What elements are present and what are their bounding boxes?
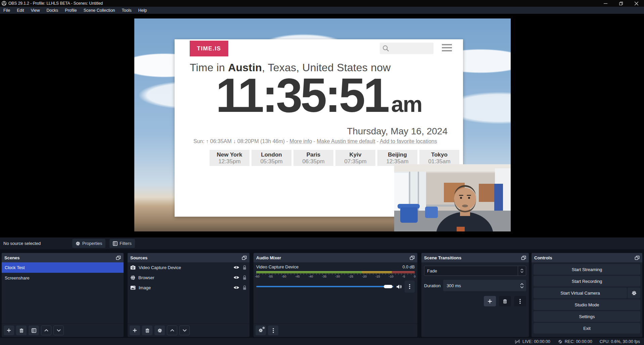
popout-icon[interactable]: [635, 255, 640, 260]
studio-mode-button[interactable]: Studio Mode: [534, 299, 640, 310]
timeis-logo: TIME.IS: [190, 41, 228, 56]
scene-item-screenshare[interactable]: Screenshare: [2, 273, 124, 283]
volume-slider[interactable]: [256, 283, 394, 290]
duration-spinbox[interactable]: 300 ms: [443, 280, 526, 291]
sources-panel: Sources Video Capture Device Browser Ima…: [128, 253, 249, 337]
transition-dropdown[interactable]: Fade: [424, 266, 526, 276]
image-icon: [130, 286, 136, 290]
cpu-fps-stats: CPU: 0.6%, 30.00 fps: [600, 339, 640, 344]
menu-scene-collection[interactable]: Scene Collection: [80, 7, 119, 14]
audio-level-meter: [256, 271, 415, 273]
scene-transitions-title: Scene Transitions: [424, 255, 461, 260]
popout-icon[interactable]: [410, 255, 415, 260]
status-bar: LIVE: 00:00:00 REC: 00:00:00 CPU: 0.6%, …: [0, 338, 644, 345]
controls-panel-title: Controls: [534, 255, 552, 260]
add-source-button[interactable]: [130, 326, 140, 335]
audio-mixer-panel: Audio Mixer Video Capture Device 0.0 dB …: [254, 253, 417, 337]
mixer-channel-name: Video Capture Device: [256, 264, 298, 269]
city-card: New York12:35pm: [210, 150, 249, 166]
city-card: London05:35pm: [251, 150, 291, 166]
clock-time: 11:35:51: [216, 72, 388, 119]
popout-icon[interactable]: [521, 255, 526, 260]
timeis-search-box: [380, 43, 433, 54]
rec-timer: REC: 00:00:00: [565, 339, 592, 344]
minimize-button[interactable]: [598, 0, 613, 7]
source-row-image[interactable]: Image: [128, 283, 249, 293]
properties-button[interactable]: Properties: [72, 239, 105, 248]
exit-button[interactable]: Exit: [534, 323, 640, 334]
scene-move-up-button[interactable]: [41, 326, 51, 335]
visibility-eye-icon[interactable]: [233, 265, 239, 269]
meter-scale: -60-55-50-45-40-35-30-25-20-15-10-50: [256, 273, 415, 278]
remove-source-button[interactable]: [142, 326, 152, 335]
obs-logo-icon: [2, 1, 6, 6]
transition-options-button[interactable]: [514, 296, 526, 306]
spin-down-icon[interactable]: [520, 286, 524, 288]
menu-view[interactable]: View: [28, 7, 43, 14]
timeis-date: Thursday, May 16, 2024: [347, 126, 448, 137]
transition-value: Fade: [424, 268, 518, 273]
speaker-icon[interactable]: [396, 284, 402, 289]
mixer-level-db: 0.0 dB: [403, 265, 415, 269]
source-move-down-button[interactable]: [179, 326, 190, 335]
restore-button[interactable]: [613, 0, 629, 7]
source-row-browser[interactable]: Browser: [128, 272, 249, 283]
menu-docks[interactable]: Docks: [43, 7, 62, 14]
visibility-eye-icon[interactable]: [233, 275, 239, 279]
menu-bar: File Edit View Docks Profile Scene Colle…: [0, 7, 644, 14]
remove-transition-button[interactable]: [499, 296, 511, 306]
scene-move-down-button[interactable]: [53, 326, 64, 335]
menu-help[interactable]: Help: [135, 7, 150, 14]
search-icon: [382, 45, 389, 52]
mixer-options-button[interactable]: [268, 326, 278, 335]
timeis-sun-info: Sun: ↑ 06:35AM ↓ 08:20PM (13h 46m) - Mor…: [193, 138, 437, 144]
spin-up-icon[interactable]: [520, 283, 524, 285]
start-virtual-camera-button[interactable]: Start Virtual Camera: [534, 288, 627, 298]
menu-profile[interactable]: Profile: [61, 7, 80, 14]
settings-button[interactable]: Settings: [534, 311, 640, 322]
timeis-city-times: New York12:35pm London05:35pm Paris06:35…: [210, 150, 459, 166]
visibility-eye-icon[interactable]: [233, 286, 239, 290]
globe-icon: [130, 275, 135, 280]
channel-options-button[interactable]: [405, 281, 415, 293]
hamburger-menu-icon: [442, 44, 452, 51]
rec-dot-icon: [558, 339, 563, 344]
close-button[interactable]: [629, 0, 644, 7]
add-scene-button[interactable]: [4, 326, 14, 335]
live-signal-icon: [514, 339, 520, 344]
menu-file[interactable]: File: [0, 7, 13, 14]
lock-icon[interactable]: [242, 285, 247, 290]
remove-scene-button[interactable]: [16, 326, 27, 335]
menu-tools[interactable]: Tools: [119, 7, 135, 14]
city-card: Beijing12:35am: [377, 150, 417, 166]
advanced-audio-button[interactable]: [256, 326, 266, 335]
dropdown-chevrons-icon: [518, 266, 526, 275]
scene-item-clock-test[interactable]: Clock Test: [2, 262, 124, 273]
filters-button[interactable]: Filters: [109, 239, 135, 248]
lock-icon[interactable]: [242, 265, 247, 270]
duration-label: Duration: [424, 283, 441, 288]
preview-canvas[interactable]: TIME.IS Time in Austin, Texas, United St…: [134, 18, 511, 231]
start-streaming-button[interactable]: Start Streaming: [534, 264, 640, 275]
controls-panel: Controls Start Streaming Start Recording…: [532, 253, 642, 337]
webcam-source: [394, 164, 511, 231]
lock-icon[interactable]: [242, 275, 247, 280]
start-recording-button[interactable]: Start Recording: [534, 276, 640, 287]
window-title: OBS 29.1.2 - Profile: LLHLS BETA - Scene…: [8, 1, 103, 6]
volume-slider-handle[interactable]: [384, 285, 393, 288]
menu-edit[interactable]: Edit: [13, 7, 28, 14]
source-row-video-capture[interactable]: Video Capture Device: [128, 262, 249, 272]
source-move-up-button[interactable]: [167, 326, 177, 335]
more-info-link: More info: [289, 138, 312, 144]
popout-icon[interactable]: [116, 255, 121, 260]
title-bar: OBS 29.1.2 - Profile: LLHLS BETA - Scene…: [0, 0, 644, 7]
dock-area: Scenes Clock Test Screenshare Sources Vi…: [0, 249, 644, 338]
source-properties-button[interactable]: [154, 326, 165, 335]
add-transition-button[interactable]: [484, 296, 496, 306]
scene-filters-button[interactable]: [29, 326, 39, 335]
gear-icon: [76, 241, 80, 246]
no-source-status: No source selected: [3, 241, 72, 246]
virtual-camera-config-button[interactable]: [628, 288, 640, 298]
popout-icon[interactable]: [242, 255, 247, 260]
scenes-panel: Scenes Clock Test Screenshare: [2, 253, 124, 337]
